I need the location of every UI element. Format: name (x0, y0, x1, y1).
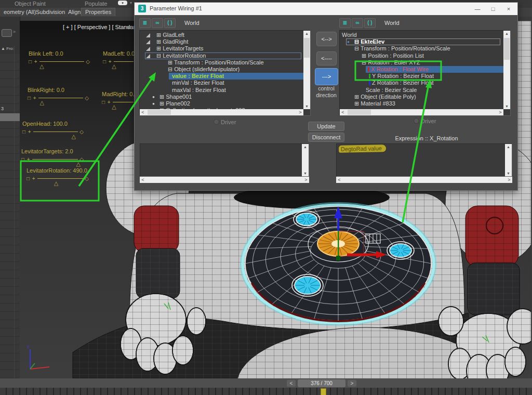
tab-properties[interactable]: Properties (81, 8, 115, 16)
scene-explorer-rows[interactable] (0, 54, 20, 378)
next-frame-button[interactable]: > (348, 380, 356, 387)
expression-text-highlighted[interactable]: DegtoRad value (339, 144, 386, 153)
tree-view-icon[interactable]: ≣ (139, 18, 151, 28)
right-expression-box[interactable]: DegtoRad value ▲▼ (336, 143, 512, 177)
two-way-direction-button[interactable]: <--> (316, 32, 337, 46)
slider-handle-icon[interactable]: □ + (102, 99, 111, 105)
driver-radio-left[interactable] (214, 119, 219, 125)
refresh-icon[interactable]: ( ) (364, 18, 376, 28)
tree-item-value-selected[interactable]: value : Bezier Float (140, 73, 303, 80)
slider-handle-icon[interactable]: □ + (103, 59, 112, 64)
tree-item[interactable]: Y Rotation : Bezier Float (340, 73, 503, 80)
layer-icon[interactable] (2, 29, 12, 37)
slider-blink-left[interactable]: Blink Left: 0.0 □ +◇ △ (29, 50, 90, 64)
tree-item[interactable]: ⊞ Transform : Position/Rotation/Scale (140, 59, 303, 66)
tree-item-levitator-rotation[interactable]: ⊟ LevitatorRotation (140, 52, 303, 59)
find-icon[interactable]: ∞ (352, 18, 363, 28)
slider-handle-icon[interactable]: □ + (21, 156, 31, 162)
application-window: Object Paint Populate ▾ ▾ eometry (All) … (0, 0, 532, 395)
filter-icon[interactable] (126, 26, 131, 29)
expand-panel-icon[interactable]: » (13, 29, 16, 34)
horizontal-scrollbar[interactable]: <> (140, 177, 309, 183)
frozen-column-header[interactable]: ▲ Fro: (1, 46, 14, 51)
tree-item[interactable]: ⊟ Rotation : Euler XYZ (340, 59, 503, 66)
horizontal-scrollbar[interactable]: <> (140, 109, 303, 115)
vertical-scrollbar[interactable]: ▲▼ (303, 31, 310, 109)
update-button[interactable]: Update (308, 122, 344, 131)
refresh-icon[interactable]: ( ) (164, 18, 176, 28)
slider-handle-icon[interactable]: □ + (29, 59, 38, 64)
tree-item-x-rotation-selected[interactable]: X Rotation : Float Wire (340, 66, 503, 73)
y-axis-tick-icon (369, 74, 370, 78)
slider-track[interactable] (39, 61, 85, 62)
slider-track[interactable] (37, 178, 84, 179)
tree-item[interactable]: ●⊞ Plane002 (140, 100, 303, 107)
tab-populate[interactable]: Populate (85, 1, 107, 7)
frame-counter[interactable]: 376 / 700 (298, 379, 345, 387)
disconnect-button[interactable]: Disconnect (308, 133, 344, 142)
tab-object-paint[interactable]: Object Paint (15, 1, 46, 7)
vertical-scrollbar[interactable]: ▲▼ (505, 144, 512, 176)
tree-item[interactable]: World (340, 32, 503, 38)
tree-item[interactable]: maxVal : Bezier Float (140, 87, 303, 94)
slider-thumb-icon[interactable]: △ (112, 103, 116, 110)
tree-item[interactable]: ⊞ Material #833 (340, 100, 503, 107)
slider-handle-icon[interactable]: □ + (22, 129, 32, 135)
tab-subdivision[interactable]: Subdivision (32, 8, 69, 16)
slider-blink-right[interactable]: BlinkRight: 0.0 □ +◇ △ (28, 87, 89, 101)
horizontal-scrollbar[interactable]: <> (336, 177, 512, 183)
tree-item[interactable]: ⊞ Position : Position List (340, 52, 503, 59)
scene-row-highlight[interactable] (0, 113, 20, 121)
driver-radio-right[interactable] (414, 118, 419, 124)
tree-item[interactable]: ⊟ Object (sliderManipulator) (140, 66, 303, 73)
tree-item[interactable]: ⊞ GladRight (140, 38, 303, 45)
slider-thumb-icon[interactable]: △ (40, 99, 44, 106)
right-direction-button[interactable]: ---> (315, 68, 338, 85)
slider-open-head[interactable]: OpenHead: 100.0 □ +◇ △ (22, 121, 84, 135)
slider-track[interactable] (113, 102, 134, 102)
slider-levitator-targets[interactable]: LevitatorTargets: 2.0 □ +◇ △ (21, 148, 84, 162)
slider-thumb-icon[interactable]: △ (39, 63, 44, 70)
tree-item[interactable]: ⊞ LevitatorTargets (140, 45, 303, 52)
slider-thumb-icon[interactable]: △ (54, 180, 58, 187)
slider-mad-left[interactable]: MadLeft: 0.0 □ + △ (103, 50, 135, 64)
tree-item-ekteelev[interactable]: ●⊟ EkteElev (340, 38, 503, 45)
populate-flyout-icon[interactable]: ▾ (118, 1, 127, 5)
close-button[interactable]: × (502, 4, 515, 14)
tree-item[interactable]: ⊞ GladLeft (140, 32, 303, 38)
find-icon[interactable]: ∞ (152, 18, 163, 28)
tree-item[interactable]: minVal : Bezier Float (140, 80, 303, 86)
scene-explorer-strip: » ▲ Fro: 3 (0, 17, 20, 378)
timeline-track[interactable] (0, 388, 532, 395)
tree-item[interactable]: ●⊞ Shape001 (140, 94, 303, 100)
slider-thumb-icon[interactable]: △ (76, 161, 81, 167)
tree-view-icon[interactable]: ≣ (339, 18, 351, 28)
slider-track[interactable] (114, 61, 134, 62)
slider-track[interactable] (32, 159, 78, 160)
slider-label: LevitatorRotation: 490.0 (26, 167, 89, 175)
slider-handle-icon[interactable]: □ + (26, 176, 36, 181)
left-expression-box[interactable]: ▲▼ (140, 143, 309, 177)
slider-thumb-icon[interactable]: △ (71, 133, 75, 140)
left-direction-button[interactable]: <---- (316, 51, 337, 65)
dialog-titlebar[interactable]: 3 Parameter Wiring #1 — □ × (135, 3, 517, 15)
caret-down-icon[interactable]: ▾ (130, 1, 132, 5)
horizontal-scrollbar[interactable]: <> (340, 109, 503, 115)
tree-item[interactable]: Z Rotation : Bezier Float (340, 80, 503, 86)
slider-track[interactable] (33, 131, 78, 132)
levitator-disc-object[interactable] (241, 203, 436, 325)
tree-item[interactable]: ⊞ Object (Editable Poly) (340, 94, 503, 100)
vertical-scrollbar[interactable]: ▲▼ (503, 31, 510, 109)
vertical-scrollbar[interactable]: ▲▼ (302, 144, 309, 176)
slider-thumb-icon[interactable]: △ (112, 63, 116, 70)
tree-item[interactable]: ⊟ Transform : Position/Rotation/Scale (340, 45, 503, 52)
previous-frame-button[interactable]: < (287, 380, 296, 387)
timeline-current-frame-marker[interactable] (321, 388, 326, 395)
slider-handle-icon[interactable]: □ + (28, 95, 37, 101)
tree-item[interactable]: Scale : Bezier Scale (340, 87, 503, 94)
slider-track[interactable] (38, 98, 84, 98)
slider-mad-right[interactable]: MadRight: 0.0 □ + △ (102, 91, 135, 105)
slider-levitator-rotation[interactable]: LevitatorRotation: 490.0 □ +◇ △ (26, 167, 89, 181)
maximize-button[interactable]: □ (486, 4, 500, 14)
minimize-button[interactable]: — (471, 4, 484, 14)
